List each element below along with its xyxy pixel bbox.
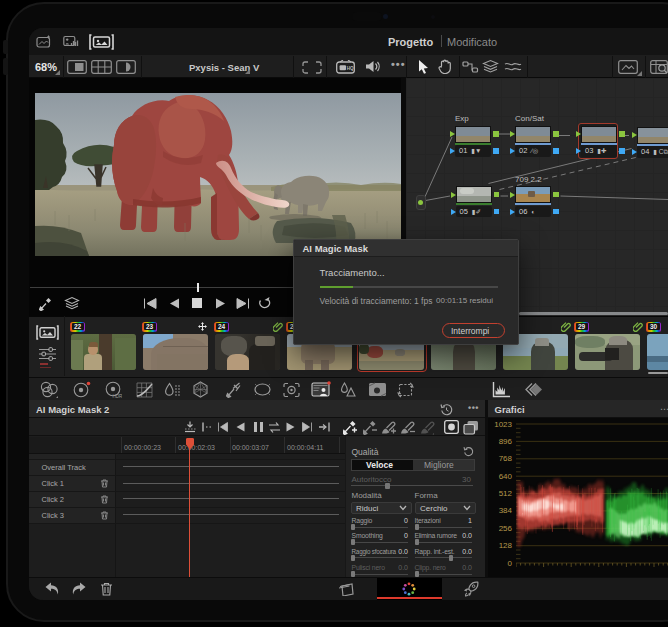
svg-text:HDR: HDR <box>113 394 123 399</box>
svg-text:HQ: HQ <box>347 65 354 70</box>
